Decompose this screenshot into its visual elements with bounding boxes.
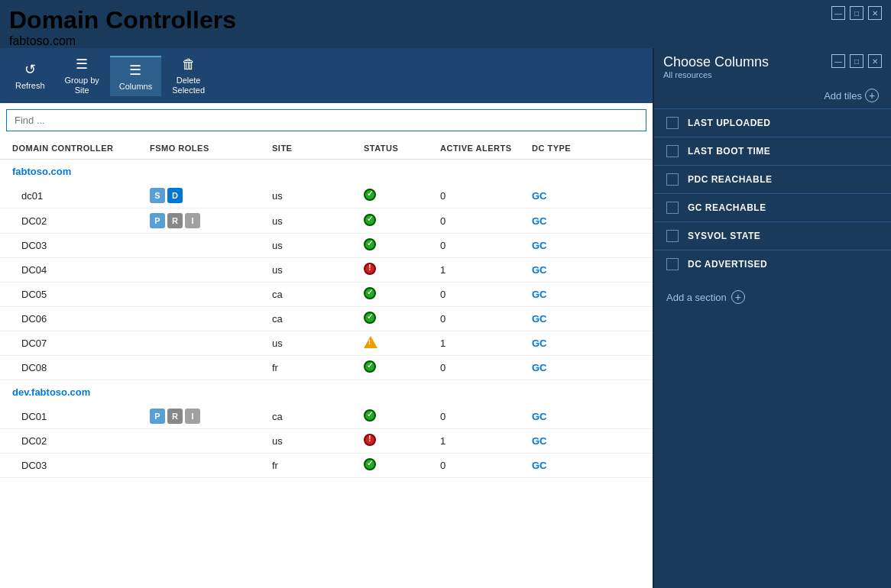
status-error-icon: ! [364, 434, 376, 446]
table-row[interactable]: DC06 ca ✓ 0 GC [0, 307, 653, 331]
site: us [272, 240, 364, 251]
column-option-pdc-reachable[interactable]: PDC REACHABLE [654, 165, 891, 193]
add-tiles-button[interactable]: Add tiles + [824, 89, 879, 102]
status: ✓ [364, 287, 440, 302]
col-header-site: SITE [272, 144, 364, 153]
column-option-sysvol-state[interactable]: SYSVOL STATE [654, 221, 891, 250]
minimize-button[interactable]: — [831, 6, 845, 20]
right-maximize-button[interactable]: □ [850, 54, 863, 68]
delete-label: DeleteSelected [172, 76, 205, 95]
badge-p: P [150, 213, 165, 228]
table-row[interactable]: DC02 P R I us ✓ 0 GC [0, 208, 653, 234]
col-header-status: STATUS [364, 144, 440, 153]
right-close-button[interactable]: ✕ [868, 54, 882, 68]
alerts: 0 [440, 362, 532, 373]
search-bar [0, 103, 653, 137]
table-row[interactable]: DC07 us ! 1 GC [0, 331, 653, 356]
status-ok-icon: ✓ [364, 409, 376, 422]
status: ✓ [364, 214, 440, 228]
search-input[interactable] [6, 109, 646, 131]
fsmo-badges: S D [150, 188, 272, 203]
close-button[interactable]: ✕ [868, 6, 882, 20]
fsmo-badges: P R I [150, 213, 272, 228]
site: fr [272, 362, 364, 373]
badge-i: I [185, 213, 200, 228]
add-tiles-label: Add tiles [824, 90, 862, 102]
right-minimize-button[interactable]: — [831, 54, 845, 68]
status: ✓ [364, 238, 440, 253]
status: ✓ [364, 458, 440, 473]
group-by-button[interactable]: ☰ Group bySite [56, 51, 109, 100]
dc-name: DC08 [12, 362, 150, 373]
window-controls[interactable]: — □ ✕ [831, 6, 882, 20]
dc-type: GC [532, 460, 608, 471]
alerts: 1 [440, 264, 532, 276]
status-ok-icon: ✓ [364, 360, 376, 373]
alerts: 0 [440, 460, 532, 471]
column-option-last-uploaded[interactable]: LAST UPLOADED [654, 108, 891, 137]
dc-type: GC [532, 313, 608, 325]
badge-s: S [150, 188, 165, 203]
app-title-block: Domain Controllers fabtoso.com [9, 6, 236, 48]
table-row[interactable]: DC04 us ! 1 GC [0, 258, 653, 283]
dc-name: DC06 [12, 313, 150, 325]
dc-type: GC [532, 338, 608, 349]
dc-name: dc01 [12, 190, 150, 202]
main-layout: ↺ Refresh ☰ Group bySite ☰ Columns 🗑 Del… [0, 48, 891, 588]
badge-d: D [167, 188, 183, 203]
maximize-button[interactable]: □ [850, 6, 863, 20]
col-label-pdc-reachable: PDC REACHABLE [688, 174, 773, 185]
table-row[interactable]: DC08 fr ✓ 0 GC [0, 356, 653, 380]
table-row[interactable]: DC03 us ✓ 0 GC [0, 234, 653, 258]
add-section-bar[interactable]: Add a section + [654, 278, 891, 316]
checkbox-last-uploaded[interactable] [666, 117, 679, 129]
column-option-gc-reachable[interactable]: GC REACHABLE [654, 193, 891, 221]
col-label-gc-reachable: GC REACHABLE [688, 202, 766, 213]
alerts: 0 [440, 313, 532, 325]
delete-selected-button[interactable]: 🗑 DeleteSelected [163, 52, 214, 100]
dc-type: GC [532, 240, 608, 251]
checkbox-pdc-reachable[interactable] [666, 173, 679, 186]
add-tiles-bar: Add tiles + [654, 82, 891, 108]
status-ok-icon: ✓ [364, 189, 376, 201]
right-panel-title-bar: Choose Columns All resources — □ ✕ [654, 48, 891, 82]
right-panel-title-block: Choose Columns All resources [663, 54, 769, 79]
columns-button[interactable]: ☰ Columns [110, 56, 161, 96]
checkbox-gc-reachable[interactable] [666, 202, 679, 214]
delete-icon: 🗑 [182, 57, 196, 73]
table-row[interactable]: DC03 fr ✓ 0 GC [0, 454, 653, 478]
right-panel-window-btns[interactable]: — □ ✕ [831, 54, 882, 68]
group-header-fabtoso: fabtoso.com [0, 160, 653, 183]
table-row[interactable]: DC02 us ! 1 GC [0, 429, 653, 454]
columns-icon: ☰ [129, 62, 141, 79]
group-by-label: Group bySite [65, 76, 99, 95]
refresh-label: Refresh [15, 81, 45, 91]
table-area: DOMAIN CONTROLLER FSMO ROLES SITE STATUS… [0, 137, 653, 588]
table-row[interactable]: dc01 S D us ✓ 0 GC [0, 183, 653, 208]
column-option-last-boot-time[interactable]: LAST BOOT TIME [654, 137, 891, 165]
dc-type: GC [532, 362, 608, 373]
title-bar: Domain Controllers fabtoso.com — □ ✕ [0, 0, 891, 48]
checkbox-last-boot-time[interactable] [666, 145, 679, 157]
fsmo-badges: P R I [150, 409, 272, 424]
refresh-button[interactable]: ↺ Refresh [6, 57, 54, 95]
checkbox-dc-advertised[interactable] [666, 258, 679, 270]
table-row[interactable]: DC05 ca ✓ 0 GC [0, 283, 653, 307]
col-header-fsmo: FSMO ROLES [150, 144, 272, 153]
dc-name: DC07 [12, 338, 150, 349]
badge-r: R [167, 409, 183, 424]
alerts: 1 [440, 435, 532, 447]
dc-type: GC [532, 289, 608, 300]
add-tiles-icon: + [865, 89, 879, 102]
dc-name: DC02 [12, 215, 150, 227]
column-option-dc-advertised[interactable]: DC ADVERTISED [654, 250, 891, 278]
checkbox-sysvol-state[interactable] [666, 230, 679, 242]
dc-type: GC [532, 411, 608, 422]
status-ok-icon: ✓ [364, 312, 376, 324]
table-row[interactable]: DC01 P R I ca ✓ 0 GC [0, 404, 653, 429]
alerts: 0 [440, 289, 532, 300]
site: ca [272, 411, 364, 422]
status: ! [364, 434, 440, 448]
dc-name: DC04 [12, 264, 150, 276]
alerts: 0 [440, 411, 532, 422]
